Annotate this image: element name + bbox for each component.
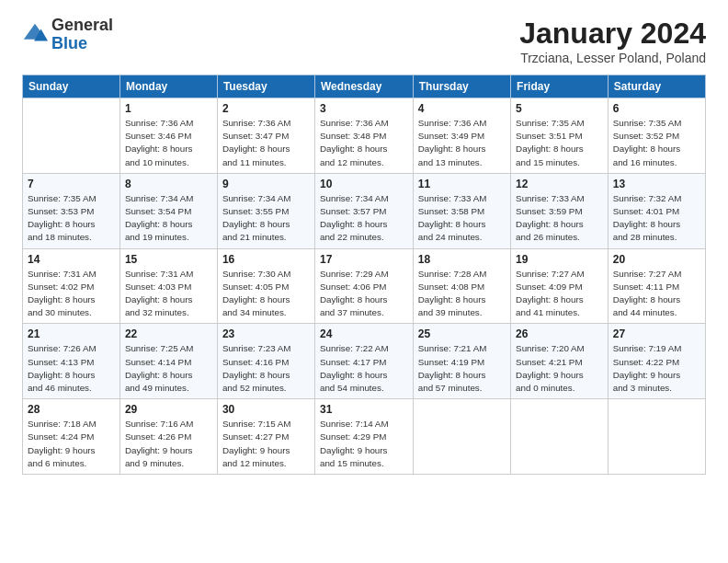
calendar-cell xyxy=(23,98,120,174)
day-number: 1 xyxy=(125,102,212,115)
day-info: Sunrise: 7:34 AM Sunset: 3:57 PM Dayligh… xyxy=(320,192,408,245)
day-number: 20 xyxy=(613,253,700,266)
calendar-header-sunday: Sunday xyxy=(23,75,120,98)
calendar-week-row: 14Sunrise: 7:31 AM Sunset: 4:02 PM Dayli… xyxy=(23,248,706,324)
location: Trzciana, Lesser Poland, Poland xyxy=(519,51,706,65)
day-number: 23 xyxy=(222,327,310,340)
day-number: 17 xyxy=(320,253,408,266)
calendar-cell xyxy=(413,399,510,475)
calendar-header-row: SundayMondayTuesdayWednesdayThursdayFrid… xyxy=(23,75,706,98)
calendar-cell: 22Sunrise: 7:25 AM Sunset: 4:14 PM Dayli… xyxy=(119,324,217,399)
day-info: Sunrise: 7:21 AM Sunset: 4:19 PM Dayligh… xyxy=(418,342,506,395)
day-info: Sunrise: 7:20 AM Sunset: 4:21 PM Dayligh… xyxy=(516,342,603,395)
day-info: Sunrise: 7:31 AM Sunset: 4:03 PM Dayligh… xyxy=(125,268,212,320)
logo-blue: Blue xyxy=(51,35,113,53)
day-info: Sunrise: 7:30 AM Sunset: 4:05 PM Dayligh… xyxy=(222,268,310,320)
calendar-week-row: 21Sunrise: 7:26 AM Sunset: 4:13 PM Dayli… xyxy=(23,324,706,399)
day-info: Sunrise: 7:34 AM Sunset: 3:55 PM Dayligh… xyxy=(222,192,310,245)
logo-text: General Blue xyxy=(51,17,113,53)
calendar-cell: 11Sunrise: 7:33 AM Sunset: 3:58 PM Dayli… xyxy=(413,173,510,248)
day-info: Sunrise: 7:14 AM Sunset: 4:29 PM Dayligh… xyxy=(320,418,408,470)
day-number: 7 xyxy=(28,178,115,190)
day-number: 6 xyxy=(613,102,700,115)
calendar-cell: 21Sunrise: 7:26 AM Sunset: 4:13 PM Dayli… xyxy=(23,324,120,399)
calendar-cell: 19Sunrise: 7:27 AM Sunset: 4:09 PM Dayli… xyxy=(511,248,609,324)
calendar-cell: 20Sunrise: 7:27 AM Sunset: 4:11 PM Dayli… xyxy=(608,248,705,324)
day-number: 26 xyxy=(516,327,603,340)
day-info: Sunrise: 7:35 AM Sunset: 3:53 PM Dayligh… xyxy=(28,192,115,245)
calendar-cell: 26Sunrise: 7:20 AM Sunset: 4:21 PM Dayli… xyxy=(511,324,609,399)
day-number: 21 xyxy=(28,327,115,340)
day-number: 14 xyxy=(28,253,115,266)
day-info: Sunrise: 7:35 AM Sunset: 3:52 PM Dayligh… xyxy=(613,117,700,169)
calendar-cell: 4Sunrise: 7:36 AM Sunset: 3:49 PM Daylig… xyxy=(413,98,510,174)
calendar-cell: 25Sunrise: 7:21 AM Sunset: 4:19 PM Dayli… xyxy=(413,324,510,399)
title-block: January 2024 Trzciana, Lesser Poland, Po… xyxy=(519,17,706,65)
day-info: Sunrise: 7:22 AM Sunset: 4:17 PM Dayligh… xyxy=(320,342,408,395)
calendar-week-row: 1Sunrise: 7:36 AM Sunset: 3:46 PM Daylig… xyxy=(23,98,706,174)
day-number: 8 xyxy=(125,178,212,190)
calendar-cell xyxy=(511,399,609,475)
day-info: Sunrise: 7:27 AM Sunset: 4:11 PM Dayligh… xyxy=(613,268,700,320)
calendar-cell: 31Sunrise: 7:14 AM Sunset: 4:29 PM Dayli… xyxy=(314,399,413,475)
day-number: 4 xyxy=(418,102,506,115)
day-number: 3 xyxy=(320,102,408,115)
calendar-cell: 28Sunrise: 7:18 AM Sunset: 4:24 PM Dayli… xyxy=(23,399,120,475)
day-info: Sunrise: 7:27 AM Sunset: 4:09 PM Dayligh… xyxy=(516,268,603,320)
calendar-header-friday: Friday xyxy=(511,75,609,98)
day-info: Sunrise: 7:36 AM Sunset: 3:49 PM Dayligh… xyxy=(418,117,506,169)
day-number: 27 xyxy=(613,327,700,340)
day-info: Sunrise: 7:33 AM Sunset: 3:59 PM Dayligh… xyxy=(516,192,603,245)
calendar-cell: 7Sunrise: 7:35 AM Sunset: 3:53 PM Daylig… xyxy=(23,173,120,248)
day-number: 19 xyxy=(516,253,603,266)
calendar-cell: 8Sunrise: 7:34 AM Sunset: 3:54 PM Daylig… xyxy=(119,173,217,248)
logo-icon xyxy=(22,22,48,48)
day-number: 11 xyxy=(418,178,506,190)
month-title: January 2024 xyxy=(519,17,706,51)
page: General Blue January 2024 Trzciana, Less… xyxy=(0,0,728,563)
calendar-cell: 15Sunrise: 7:31 AM Sunset: 4:03 PM Dayli… xyxy=(119,248,217,324)
day-number: 22 xyxy=(125,327,212,340)
calendar-week-row: 28Sunrise: 7:18 AM Sunset: 4:24 PM Dayli… xyxy=(23,399,706,475)
day-number: 5 xyxy=(516,102,603,115)
calendar-cell: 9Sunrise: 7:34 AM Sunset: 3:55 PM Daylig… xyxy=(217,173,314,248)
calendar-week-row: 7Sunrise: 7:35 AM Sunset: 3:53 PM Daylig… xyxy=(23,173,706,248)
day-info: Sunrise: 7:16 AM Sunset: 4:26 PM Dayligh… xyxy=(125,418,212,470)
calendar-header-monday: Monday xyxy=(119,75,217,98)
calendar-cell: 18Sunrise: 7:28 AM Sunset: 4:08 PM Dayli… xyxy=(413,248,510,324)
day-number: 12 xyxy=(516,178,603,190)
calendar-cell: 29Sunrise: 7:16 AM Sunset: 4:26 PM Dayli… xyxy=(119,399,217,475)
calendar-cell: 3Sunrise: 7:36 AM Sunset: 3:48 PM Daylig… xyxy=(314,98,413,174)
day-number: 30 xyxy=(222,403,310,416)
day-number: 24 xyxy=(320,327,408,340)
header: General Blue January 2024 Trzciana, Less… xyxy=(22,17,706,65)
day-info: Sunrise: 7:15 AM Sunset: 4:27 PM Dayligh… xyxy=(222,418,310,470)
calendar-cell: 14Sunrise: 7:31 AM Sunset: 4:02 PM Dayli… xyxy=(23,248,120,324)
calendar-cell: 2Sunrise: 7:36 AM Sunset: 3:47 PM Daylig… xyxy=(217,98,314,174)
calendar-header-wednesday: Wednesday xyxy=(314,75,413,98)
calendar-table: SundayMondayTuesdayWednesdayThursdayFrid… xyxy=(22,75,706,475)
day-info: Sunrise: 7:32 AM Sunset: 4:01 PM Dayligh… xyxy=(613,192,700,245)
day-info: Sunrise: 7:34 AM Sunset: 3:54 PM Dayligh… xyxy=(125,192,212,245)
day-number: 15 xyxy=(125,253,212,266)
logo: General Blue xyxy=(22,17,113,53)
day-number: 25 xyxy=(418,327,506,340)
calendar-header-thursday: Thursday xyxy=(413,75,510,98)
day-number: 29 xyxy=(125,403,212,416)
calendar-cell: 17Sunrise: 7:29 AM Sunset: 4:06 PM Dayli… xyxy=(314,248,413,324)
day-info: Sunrise: 7:31 AM Sunset: 4:02 PM Dayligh… xyxy=(28,268,115,320)
calendar-cell: 10Sunrise: 7:34 AM Sunset: 3:57 PM Dayli… xyxy=(314,173,413,248)
day-info: Sunrise: 7:25 AM Sunset: 4:14 PM Dayligh… xyxy=(125,342,212,395)
calendar-cell: 27Sunrise: 7:19 AM Sunset: 4:22 PM Dayli… xyxy=(608,324,705,399)
calendar-cell: 23Sunrise: 7:23 AM Sunset: 4:16 PM Dayli… xyxy=(217,324,314,399)
day-info: Sunrise: 7:29 AM Sunset: 4:06 PM Dayligh… xyxy=(320,268,408,320)
day-info: Sunrise: 7:36 AM Sunset: 3:48 PM Dayligh… xyxy=(320,117,408,169)
day-number: 31 xyxy=(320,403,408,416)
calendar-cell: 30Sunrise: 7:15 AM Sunset: 4:27 PM Dayli… xyxy=(217,399,314,475)
calendar-cell: 1Sunrise: 7:36 AM Sunset: 3:46 PM Daylig… xyxy=(119,98,217,174)
day-number: 28 xyxy=(28,403,115,416)
calendar-header-saturday: Saturday xyxy=(608,75,705,98)
day-number: 18 xyxy=(418,253,506,266)
calendar-cell: 13Sunrise: 7:32 AM Sunset: 4:01 PM Dayli… xyxy=(608,173,705,248)
day-info: Sunrise: 7:23 AM Sunset: 4:16 PM Dayligh… xyxy=(222,342,310,395)
